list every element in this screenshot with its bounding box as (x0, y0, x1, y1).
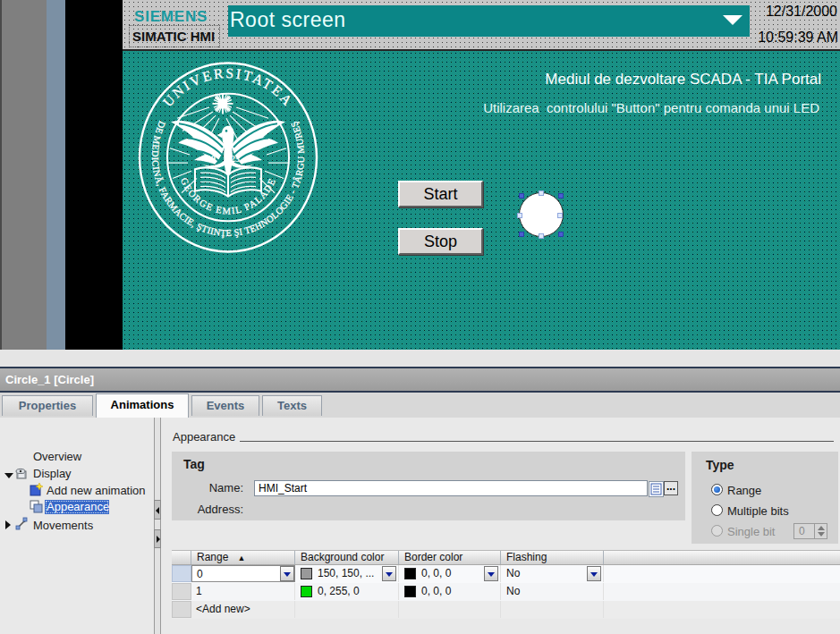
svg-text:25: 25 (231, 154, 240, 164)
svg-text:19: 19 (207, 154, 216, 164)
